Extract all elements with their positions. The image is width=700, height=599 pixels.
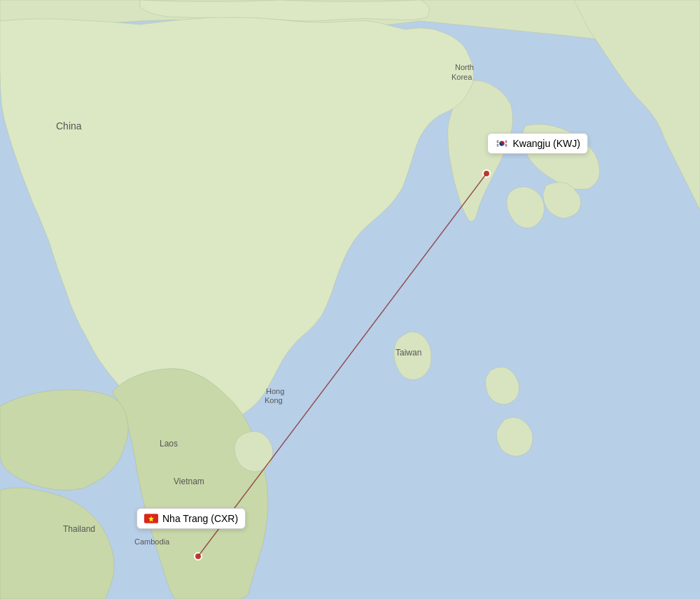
svg-text:Hong: Hong bbox=[266, 387, 284, 395]
svg-text:Thailand: Thailand bbox=[63, 524, 95, 534]
svg-text:Laos: Laos bbox=[160, 439, 178, 449]
svg-text:Korea: Korea bbox=[451, 73, 472, 81]
map-container: .sea { fill: #b8cfe8; } .land { fill: #d… bbox=[0, 0, 700, 599]
svg-text:Kong: Kong bbox=[265, 396, 283, 404]
china-label: China bbox=[56, 120, 82, 132]
svg-text:Cambodia: Cambodia bbox=[134, 537, 170, 546]
svg-text:North: North bbox=[455, 63, 474, 71]
svg-text:Taiwan: Taiwan bbox=[396, 348, 421, 358]
svg-text:Vietnam: Vietnam bbox=[174, 477, 204, 486]
map-svg: .sea { fill: #b8cfe8; } .land { fill: #d… bbox=[0, 0, 700, 599]
